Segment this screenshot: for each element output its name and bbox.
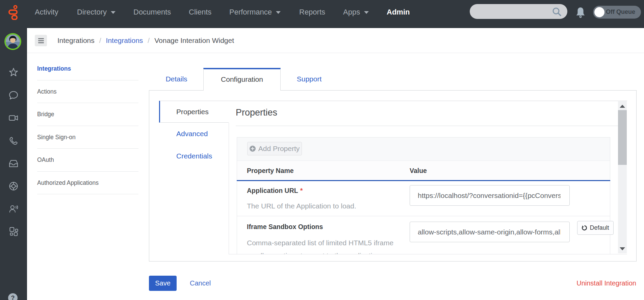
video-camera-icon[interactable] [8, 112, 19, 123]
subtab-advanced[interactable]: Advanced [159, 123, 230, 145]
content-top-border [229, 101, 627, 101]
menu-item-actions[interactable]: Actions [37, 80, 138, 103]
chat-icon[interactable] [8, 90, 19, 101]
nav-item-label: Apps [343, 8, 360, 17]
cancel-link[interactable]: Cancel [190, 276, 211, 291]
top-nav-bar: Activity Directory Documents Clients Per… [0, 0, 644, 28]
admin-side-menu: Integrations Actions Bridge Single Sign-… [37, 57, 138, 194]
menu-item-authorized-applications[interactable]: Authorized Applications [37, 172, 138, 195]
heading-divider [236, 126, 618, 126]
breadcrumb-separator: / [148, 36, 150, 45]
breadcrumb-item-link[interactable]: Integrations [106, 36, 143, 45]
help-button[interactable]: ? [8, 293, 18, 300]
nav-item-label: Reports [299, 8, 325, 17]
plus-icon [250, 146, 256, 152]
table-row: Application URL* The URL of the Applicat… [237, 181, 610, 216]
agent-speaking-icon[interactable] [8, 203, 19, 214]
chevron-down-icon [364, 11, 369, 14]
menu-item-oauth[interactable]: OAuth [37, 149, 138, 172]
property-description: Comma-separated list of limited HTML5 if… [247, 236, 404, 254]
breadcrumb-bar: Integrations / Integrations / Vonage Int… [27, 28, 644, 53]
required-asterisk: * [298, 187, 303, 194]
nav-item-label: Directory [77, 8, 107, 17]
breadcrumb-item[interactable]: Integrations [57, 36, 95, 45]
content-bottom-border [229, 254, 627, 254]
uninstall-integration-link[interactable]: Uninstall Integration [576, 276, 636, 291]
undo-icon [582, 225, 587, 231]
toggle-knob [594, 7, 604, 17]
queue-status-toggle[interactable]: Off Queue [593, 6, 641, 19]
breadcrumb-item-current: Vonage Interation Widget [154, 36, 234, 45]
scrollbar-thumb[interactable] [618, 110, 627, 165]
left-icon-rail: ? [0, 28, 27, 300]
nav-item-label: Admin [387, 8, 410, 17]
save-button[interactable]: Save [149, 276, 177, 291]
add-property-button[interactable]: Add Property [247, 142, 302, 155]
reset-default-button[interactable]: Default [577, 221, 614, 235]
avatar-image [6, 34, 20, 49]
property-name-label: Application URL* [247, 187, 303, 195]
org-apps-icon[interactable] [8, 226, 19, 237]
scrollbar-up-arrow[interactable] [620, 105, 625, 108]
nav-item-label: Performance [229, 8, 272, 17]
table-toolbar: Add Property [237, 138, 610, 161]
chevron-down-icon [111, 11, 115, 14]
menu-item-integrations[interactable]: Integrations [37, 57, 138, 80]
properties-table: Add Property Property Name Value Applica… [237, 137, 610, 254]
properties-scroll-area: Properties Add Property Property Name Va… [229, 101, 627, 254]
tab-details[interactable]: Details [155, 68, 198, 90]
property-name-text: Application URL [247, 187, 298, 194]
scrollbar-down-arrow[interactable] [620, 247, 625, 250]
nav-item-clients[interactable]: Clients [189, 0, 211, 24]
breadcrumb-separator: / [99, 36, 101, 45]
property-description: The URL of the Application to load. [247, 201, 404, 211]
iframe-sandbox-options-input[interactable] [410, 222, 570, 242]
app-window: Activity Directory Documents Clients Per… [0, 0, 644, 300]
property-name-label: Iframe Sandbox Options [247, 223, 323, 231]
subtab-credentials[interactable]: Credentials [159, 145, 230, 167]
nav-item-admin[interactable]: Admin [387, 0, 410, 24]
tab-configuration[interactable]: Configuration [203, 68, 281, 91]
phone-icon[interactable] [8, 135, 19, 146]
column-header-value: Value [410, 161, 427, 180]
section-heading: Properties [236, 107, 277, 118]
genesys-logo-icon[interactable] [8, 5, 18, 21]
add-property-label: Add Property [258, 145, 300, 153]
inbox-icon[interactable] [8, 158, 19, 169]
menu-item-single-sign-on[interactable]: Single Sign-on [37, 126, 138, 149]
default-label: Default [590, 224, 609, 231]
column-header-property-name: Property Name [247, 161, 294, 180]
table-header-row: Property Name Value [237, 161, 610, 180]
nav-item-label: Documents [133, 8, 171, 17]
favorites-star-icon[interactable] [8, 67, 19, 78]
chevron-down-icon [276, 11, 281, 14]
menu-hamburger-button[interactable] [35, 35, 47, 46]
nav-item-reports[interactable]: Reports [299, 0, 325, 24]
subtab-properties[interactable]: Properties [159, 101, 229, 123]
nav-item-activity[interactable]: Activity [35, 0, 58, 24]
search-icon [551, 6, 562, 19]
nav-item-directory[interactable]: Directory [77, 0, 115, 24]
interactions-hub-icon[interactable] [8, 181, 19, 192]
nav-item-performance[interactable]: Performance [229, 0, 281, 24]
nav-item-apps[interactable]: Apps [343, 0, 369, 24]
table-row: Iframe Sandbox Options Comma-separated l… [237, 216, 610, 254]
notifications-bell-icon[interactable] [575, 7, 586, 20]
nav-item-label: Clients [189, 8, 211, 17]
breadcrumb: Integrations / Integrations / Vonage Int… [57, 28, 234, 53]
nav-item-label: Activity [35, 8, 58, 17]
tab-support[interactable]: Support [288, 68, 330, 90]
property-name-text: Iframe Sandbox Options [247, 223, 323, 230]
toggle-label: Off Queue [606, 6, 635, 18]
menu-item-bridge[interactable]: Bridge [37, 103, 138, 126]
user-avatar[interactable] [4, 33, 21, 50]
application-url-input[interactable] [410, 185, 570, 206]
nav-item-documents[interactable]: Documents [133, 0, 171, 24]
